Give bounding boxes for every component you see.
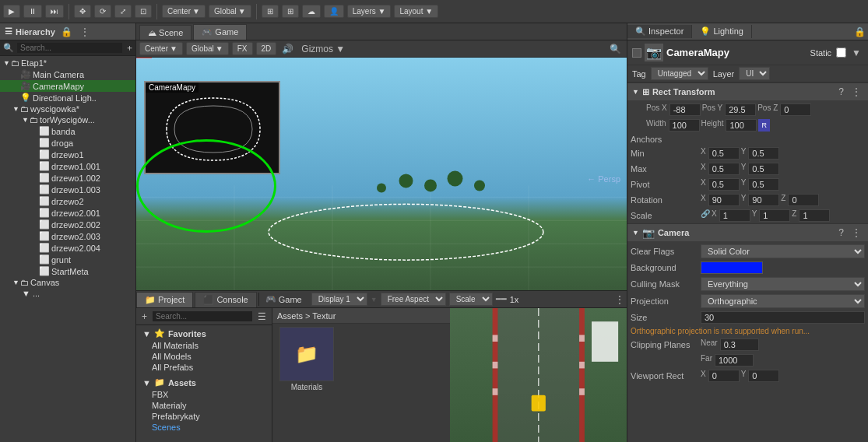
sidebar-all-materials[interactable]: All Materials bbox=[139, 340, 269, 351]
rot-y[interactable] bbox=[748, 194, 779, 206]
pivot-y[interactable] bbox=[748, 178, 779, 191]
width-input[interactable] bbox=[669, 119, 700, 132]
scene-global-btn[interactable]: Global ▼ bbox=[186, 42, 229, 55]
tree-item-dirLight[interactable]: 💡 Directional Ligh.. bbox=[0, 92, 135, 103]
play-button[interactable]: ▶ bbox=[3, 5, 20, 18]
tree-item-drzewo2001[interactable]: ⬜ drzewo2.001 bbox=[0, 207, 135, 219]
static-dropdown[interactable]: ▼ bbox=[849, 47, 863, 59]
rect-transform-header[interactable]: ▼ ⊞ Rect Transform ? ⋮ bbox=[627, 82, 868, 100]
scene-audio-btn[interactable]: 🔊 bbox=[279, 43, 296, 55]
tree-item-banda[interactable]: ⬜ banda bbox=[0, 125, 135, 137]
display-select[interactable]: Display 1 bbox=[311, 293, 367, 306]
rect-r-btn[interactable]: R bbox=[758, 119, 770, 132]
posx-input[interactable] bbox=[669, 103, 701, 116]
scale-x[interactable] bbox=[719, 209, 750, 222]
projection-select[interactable]: Orthographic bbox=[701, 294, 865, 308]
sidebar-all-prefabs[interactable]: All Prefabs bbox=[139, 362, 269, 373]
clear-flags-select[interactable]: Solid Color bbox=[701, 244, 865, 258]
rotate-tool[interactable]: ⟳ bbox=[94, 5, 111, 18]
sidebar-materialy[interactable]: Materialy bbox=[139, 400, 269, 411]
hierarchy-lock-btn[interactable]: 🔒 bbox=[58, 26, 75, 38]
tree-item-drzewo1001[interactable]: ⬜ drzewo1.001 bbox=[0, 160, 135, 172]
tab-console[interactable]: ⬛ Console bbox=[195, 292, 256, 307]
scene-center-btn[interactable]: Center ▼ bbox=[139, 42, 183, 55]
tree-item-wyscigowka[interactable]: ▼ 🗀 wyscigowka* bbox=[0, 103, 135, 114]
center-button[interactable]: Center ▼ bbox=[162, 5, 206, 18]
scene-2d-btn[interactable]: 2D bbox=[256, 42, 277, 55]
tree-item-canvas[interactable]: ▼ 🗀 Canvas bbox=[0, 277, 135, 288]
sidebar-prefabrykaty[interactable]: Prefabrykaty bbox=[139, 411, 269, 422]
static-checkbox[interactable] bbox=[836, 47, 846, 58]
scale-z[interactable] bbox=[799, 209, 830, 222]
height-input[interactable] bbox=[726, 119, 757, 132]
scene-search-btn[interactable]: 🔍 bbox=[607, 43, 624, 55]
grid-button[interactable]: ⊞ bbox=[262, 5, 279, 18]
tree-item-drzewo1003[interactable]: ⬜ drzewo1.003 bbox=[0, 184, 135, 195]
scene-viewport[interactable]: CameraMapy ← Persp bbox=[136, 58, 627, 290]
tree-item-droga[interactable]: ⬜ droga bbox=[0, 137, 135, 149]
tree-item-startMeta[interactable]: ⬜ StartMeta bbox=[0, 265, 135, 277]
scale-select[interactable]: Scale bbox=[449, 293, 493, 306]
tab-inspector[interactable]: 🔍 Inspector bbox=[627, 25, 692, 38]
rect-help-btn[interactable]: ? bbox=[836, 86, 846, 98]
tree-item-drzewo2[interactable]: ⬜ drzewo2 bbox=[0, 195, 135, 207]
tree-item-drzewo2003[interactable]: ⬜ drzewo2.003 bbox=[0, 230, 135, 242]
size-input[interactable] bbox=[701, 311, 865, 324]
assets-header[interactable]: ▼ 📁 Assets bbox=[139, 376, 269, 389]
tree-item-more[interactable]: ▼ ... bbox=[0, 288, 135, 299]
layers-button[interactable]: Layers ▼ bbox=[347, 5, 392, 18]
tree-item-drzewo1002[interactable]: ⬜ drzewo1.002 bbox=[0, 172, 135, 184]
camera-menu-btn[interactable]: ⋮ bbox=[849, 226, 863, 239]
rot-x[interactable] bbox=[708, 194, 740, 206]
scene-fx-btn[interactable]: FX bbox=[232, 42, 253, 55]
anchor-maxy[interactable] bbox=[748, 163, 779, 175]
asset-materials[interactable]: 📁 Materials bbox=[276, 327, 338, 391]
posy-input[interactable] bbox=[725, 103, 756, 116]
move-tool[interactable]: ✥ bbox=[74, 5, 91, 18]
scale-tool[interactable]: ⤢ bbox=[114, 5, 132, 18]
global-button[interactable]: Global ▼ bbox=[209, 5, 251, 18]
inspector-lock-btn[interactable]: 🔒 bbox=[852, 26, 868, 38]
sidebar-scenes[interactable]: Scenes bbox=[139, 422, 269, 433]
tree-item-grunt[interactable]: ⬜ grunt bbox=[0, 254, 135, 265]
tree-item-etap1[interactable]: ▼ 🗀 Etap1* bbox=[0, 58, 135, 68]
anchor-minx[interactable] bbox=[708, 147, 740, 160]
hierarchy-search-input[interactable] bbox=[17, 43, 122, 53]
tree-item-torWyscigow[interactable]: ▼ 🗀 torWyscigów... bbox=[0, 114, 135, 125]
aspect-select[interactable]: Free Aspect bbox=[381, 293, 446, 306]
tree-item-drzewo1[interactable]: ⬜ drzewo1 bbox=[0, 149, 135, 160]
create-btn[interactable]: + bbox=[139, 310, 149, 323]
hierarchy-menu-btn[interactable]: ⋮ bbox=[78, 26, 92, 38]
favorites-header[interactable]: ▼ ⭐ Favorites bbox=[139, 327, 269, 340]
sidebar-all-models[interactable]: All Models bbox=[139, 351, 269, 362]
tag-select[interactable]: Untagged bbox=[651, 67, 708, 80]
camera-help-btn[interactable]: ? bbox=[836, 226, 846, 239]
viewport-x[interactable] bbox=[708, 370, 740, 382]
tab-scene[interactable]: ⛰ Scene bbox=[139, 25, 192, 40]
background-color-swatch[interactable] bbox=[701, 261, 763, 274]
rect-menu-btn[interactable]: ⋮ bbox=[849, 86, 863, 98]
tab-project[interactable]: 📁 Project bbox=[136, 292, 193, 307]
anchor-maxx[interactable] bbox=[708, 163, 740, 175]
filter-btn[interactable]: ☰ bbox=[255, 310, 269, 323]
tree-item-cameraMapy[interactable]: 🎥 CameraMapy bbox=[0, 80, 135, 92]
step-button[interactable]: ⏭ bbox=[45, 5, 64, 18]
tree-item-drzewo2002[interactable]: ⬜ drzewo2.002 bbox=[0, 219, 135, 230]
bottom-panel-menu[interactable]: ⋮ bbox=[613, 291, 627, 307]
tree-item-drzewo2004[interactable]: ⬜ drzewo2.004 bbox=[0, 242, 135, 254]
layout-button[interactable]: Layout ▼ bbox=[394, 5, 438, 18]
pivot-x[interactable] bbox=[708, 178, 740, 191]
scale-y[interactable] bbox=[759, 209, 790, 222]
sidebar-fbx[interactable]: FBX bbox=[139, 389, 269, 400]
pause-button[interactable]: ⏸ bbox=[23, 5, 42, 18]
viewport-y[interactable] bbox=[748, 370, 779, 382]
culling-mask-select[interactable]: Everything bbox=[701, 277, 865, 291]
scale-slider[interactable]: ━━ bbox=[496, 294, 507, 304]
tab-lighting[interactable]: 💡 Lighting bbox=[692, 25, 752, 38]
game-bottom-tab[interactable]: 🎮 Game bbox=[259, 291, 308, 307]
scene-gizmos-btn[interactable]: Gizmos ▼ bbox=[299, 43, 347, 55]
object-name[interactable]: CameraMapy bbox=[666, 47, 807, 58]
collab-button[interactable]: ☁ bbox=[302, 5, 321, 18]
project-search[interactable] bbox=[153, 311, 252, 321]
camera-header[interactable]: ▼ 📷 Camera ? ⋮ bbox=[627, 223, 868, 241]
